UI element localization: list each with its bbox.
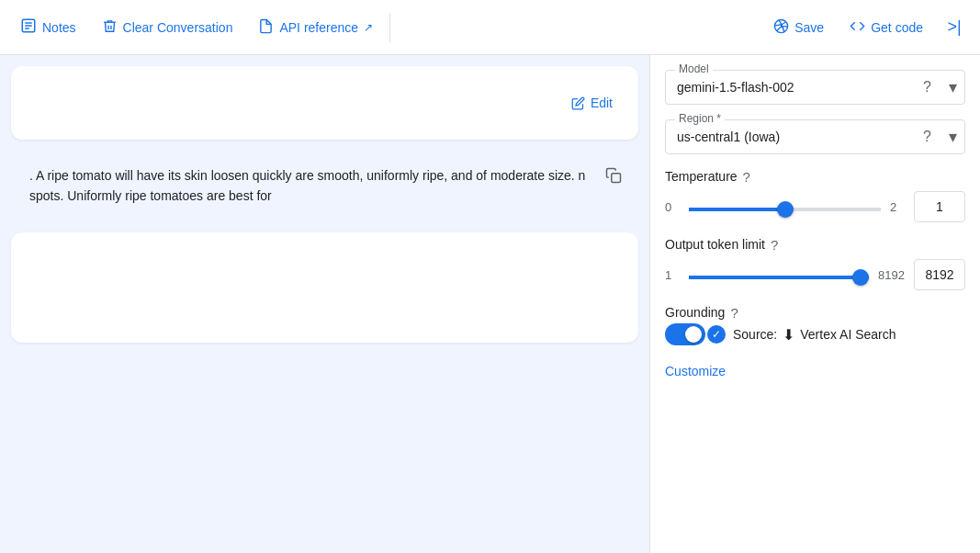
expand-panel-button[interactable]: >| [936, 9, 973, 46]
clear-conversation-button[interactable]: Clear Conversation [89, 11, 246, 44]
temperature-field: Temperature ? 0 2 1 [665, 169, 965, 222]
toolbar-divider [389, 13, 390, 42]
api-reference-button[interactable]: API reference ↗ [245, 11, 386, 44]
region-select-wrapper: Region * us-central1 (Iowa)us-east1europ… [665, 119, 965, 154]
model-select[interactable]: gemini-1.5-flash-002gemini-1.5-pro-002ge… [677, 80, 953, 95]
temperature-help-button[interactable]: ? [743, 170, 750, 184]
source-row: Source: ⬇ Vertex AI Search [733, 326, 896, 344]
expand-icon: >| [947, 17, 961, 37]
token-slider-wrapper [689, 267, 869, 282]
model-field: Model gemini-1.5-flash-002gemini-1.5-pro… [665, 70, 965, 105]
external-link-icon: ↗ [364, 21, 373, 34]
token-label: Output token limit [665, 237, 765, 252]
source-label: Source: [733, 327, 777, 342]
temperature-value[interactable]: 1 [914, 191, 965, 222]
model-response-bubble: . A ripe tomato will have its skin loose… [11, 151, 638, 221]
toggle-check-icon: ✓ [707, 325, 726, 344]
clear-label: Clear Conversation [123, 20, 233, 35]
trash-icon [102, 18, 118, 37]
token-slider-row: 1 8192 8192 [665, 259, 965, 290]
copy-button[interactable] [600, 162, 627, 194]
token-min: 1 [665, 268, 680, 282]
save-icon [773, 18, 789, 37]
notes-icon [20, 17, 37, 37]
vertex-icon: ⬇ [783, 326, 794, 344]
notes-button[interactable]: Notes [7, 10, 89, 44]
region-field: Region * us-central1 (Iowa)us-east1europ… [665, 119, 965, 154]
save-label: Save [794, 20, 824, 35]
temperature-label: Temperature [665, 169, 738, 184]
chat-input-area[interactable] [11, 232, 638, 343]
token-max: 8192 [878, 268, 905, 282]
temperature-label-row: Temperature ? [665, 169, 965, 184]
customize-label: Customize [665, 364, 726, 378]
grounding-toggle[interactable] [665, 323, 705, 345]
get-code-label: Get code [871, 20, 923, 35]
temperature-slider-row: 0 2 1 [665, 191, 965, 222]
edit-label: Edit [591, 96, 613, 110]
grounding-label-row: Grounding ? [665, 305, 965, 320]
region-label: Region * [675, 112, 725, 125]
temperature-min: 0 [665, 200, 680, 214]
get-code-button[interactable]: Get code [837, 11, 936, 44]
toolbar-right: Save Get code >| [760, 9, 973, 46]
temperature-max: 2 [890, 200, 905, 214]
chat-panel: Edit . A ripe tomato will have its skin … [0, 55, 649, 553]
code-icon [850, 18, 865, 37]
temperature-slider-wrapper [689, 199, 881, 214]
edit-button[interactable]: Edit [564, 92, 620, 114]
region-select[interactable]: us-central1 (Iowa)us-east1europe-west1 [677, 130, 953, 144]
customize-button[interactable]: Customize [665, 360, 965, 382]
grounding-field: Grounding ? ✓ Source: ⬇ Vertex AI Search [665, 305, 965, 345]
grounding-help-button[interactable]: ? [730, 306, 738, 320]
save-button[interactable]: Save [760, 11, 837, 44]
temperature-slider[interactable] [689, 208, 881, 211]
api-label: API reference [279, 20, 358, 35]
settings-panel: Model gemini-1.5-flash-002gemini-1.5-pro… [649, 55, 980, 553]
model-select-wrapper: Model gemini-1.5-flash-002gemini-1.5-pro… [665, 70, 965, 105]
user-message-bubble: Edit [11, 66, 638, 140]
grounding-toggle-row: ✓ Source: ⬇ Vertex AI Search [665, 323, 965, 345]
model-response-text: . A ripe tomato will have its skin loose… [29, 168, 585, 203]
token-limit-field: Output token limit ? 1 8192 8192 [665, 237, 965, 290]
vertex-label: Vertex AI Search [800, 327, 896, 342]
token-slider[interactable] [689, 276, 869, 279]
region-help-button[interactable]: ? [923, 129, 931, 145]
toolbar: Notes Clear Conversation API reference ↗ [0, 0, 980, 55]
notes-label: Notes [42, 20, 76, 35]
token-value[interactable]: 8192 [914, 259, 965, 290]
svg-rect-5 [612, 174, 621, 183]
main-content: Edit . A ripe tomato will have its skin … [0, 55, 980, 553]
api-icon [258, 18, 274, 37]
model-label: Model [675, 62, 713, 75]
token-label-row: Output token limit ? [665, 237, 965, 252]
toggle-track [665, 323, 705, 345]
grounding-label: Grounding [665, 305, 725, 320]
token-help-button[interactable]: ? [771, 238, 778, 252]
model-help-button[interactable]: ? [923, 79, 931, 96]
